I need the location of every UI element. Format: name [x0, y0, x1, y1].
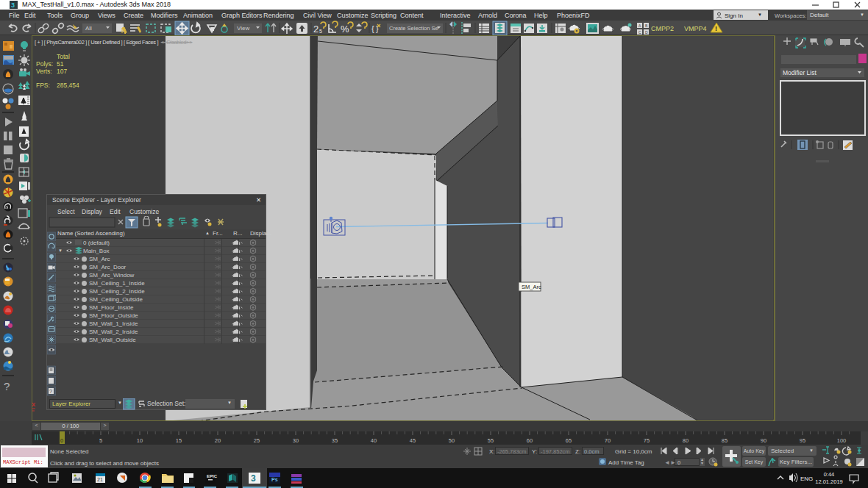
svg-text:2: 2 [313, 24, 319, 35]
svg-text:View: View [237, 25, 249, 32]
svg-text:Ps: Ps [271, 477, 278, 482]
svg-text:85: 85 [722, 437, 728, 444]
svg-text:80: 80 [683, 437, 689, 444]
svg-text:3: 3 [251, 473, 256, 484]
svg-text:10: 10 [137, 437, 143, 444]
svg-text:12.01.2019: 12.01.2019 [815, 478, 843, 485]
svg-text:{: { [371, 24, 374, 33]
svg-text:5: 5 [99, 437, 102, 444]
svg-text:100: 100 [837, 437, 847, 444]
svg-text:15: 15 [176, 437, 182, 444]
svg-text:C: C [638, 30, 641, 35]
svg-text:Modifier List: Modifier List [783, 69, 817, 76]
svg-text:25: 25 [254, 437, 260, 444]
svg-text:45: 45 [410, 437, 416, 444]
svg-text:0:44: 0:44 [824, 471, 835, 478]
svg-text:3: 3 [11, 1, 15, 9]
svg-text:All: All [85, 25, 92, 32]
svg-text:Create Selection Se: Create Selection Se [389, 25, 438, 32]
svg-text:VMPP4: VMPP4 [684, 25, 707, 32]
svg-text:50: 50 [449, 437, 455, 444]
svg-text:35: 35 [332, 437, 338, 444]
svg-text:0: 0 [60, 437, 63, 444]
svg-text:20: 20 [215, 437, 221, 444]
svg-text:30: 30 [293, 437, 299, 444]
svg-text:SM_Arc: SM_Arc [522, 284, 541, 290]
svg-text:70: 70 [605, 437, 611, 444]
svg-text:40: 40 [371, 437, 377, 444]
svg-text:!: ! [715, 25, 717, 32]
svg-text:95: 95 [800, 437, 805, 444]
svg-text:5: 5 [319, 29, 322, 34]
svg-text:75: 75 [644, 437, 650, 444]
svg-text:CMPP2: CMPP2 [651, 25, 674, 32]
svg-text:90: 90 [761, 437, 766, 444]
svg-text:D: D [645, 30, 648, 35]
svg-text:%: % [341, 24, 349, 35]
svg-text:?: ? [4, 380, 10, 392]
svg-text:65: 65 [566, 437, 572, 444]
svg-text:ENG: ENG [800, 476, 813, 482]
svg-text:EPIC: EPIC [207, 474, 218, 478]
svg-text:?: ? [49, 389, 52, 394]
svg-text:60: 60 [527, 437, 533, 444]
svg-text:55: 55 [488, 437, 494, 444]
svg-text:21: 21 [97, 477, 103, 482]
